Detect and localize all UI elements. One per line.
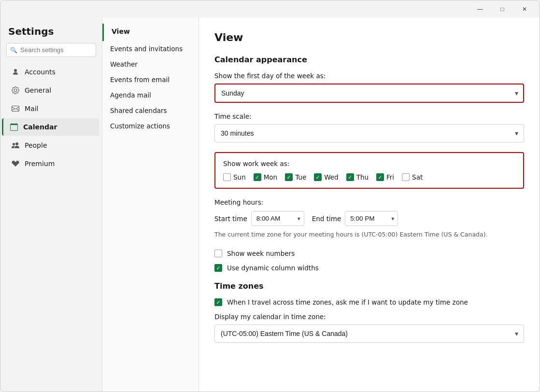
- display-tz-select-wrapper: (UTC-05:00) Eastern Time (US & Canada) (…: [214, 324, 524, 343]
- start-time-select-wrapper: 6:00 AM 7:00 AM 8:00 AM 9:00 AM 10:00 AM…: [251, 211, 304, 226]
- day-sun: Sun: [223, 173, 246, 181]
- calendar-appearance-title: Calendar appearance: [214, 55, 524, 64]
- wed-label: Wed: [324, 173, 338, 181]
- maximize-button[interactable]: □: [491, 1, 513, 17]
- sidebar-item-general[interactable]: General: [3, 82, 99, 99]
- end-time-select[interactable]: 3:00 PM 4:00 PM 5:00 PM 6:00 PM 7:00 PM: [345, 211, 398, 226]
- work-week-box: Show work week as: Sun Mon Tue: [214, 152, 524, 189]
- mail-icon: [11, 104, 20, 113]
- tue-label: Tue: [295, 173, 306, 181]
- mail-label: Mail: [25, 105, 38, 112]
- mid-item-agenda-mail[interactable]: Agenda mail: [102, 87, 199, 103]
- time-scale-select-wrapper: 5 minutes 10 minutes 15 minutes 30 minut…: [214, 124, 524, 142]
- general-label: General: [25, 86, 51, 94]
- sidebar-item-people[interactable]: People: [3, 137, 99, 154]
- week-numbers-checkbox[interactable]: [214, 250, 222, 257]
- sat-label: Sat: [412, 173, 423, 181]
- time-scale-label: Time scale:: [214, 112, 524, 120]
- days-row: Sun Mon Tue Wed: [223, 173, 515, 181]
- meeting-hours-label: Meeting hours:: [214, 198, 524, 206]
- search-icon: 🔍: [10, 47, 17, 54]
- settings-title: Settings: [0, 18, 102, 43]
- week-numbers-label: Show week numbers: [227, 250, 295, 257]
- fri-label: Fri: [386, 173, 394, 181]
- work-week-label: Show work week as:: [223, 160, 515, 168]
- settings-window: — □ ✕ Settings 🔍 Accounts: [0, 0, 540, 392]
- travel-checkbox-row: When I travel across time zones, ask me …: [214, 298, 524, 306]
- calendar-label: Calendar: [23, 123, 57, 131]
- start-time-label: Start time: [214, 215, 247, 223]
- page-title: View: [214, 31, 524, 43]
- thu-checkbox[interactable]: [346, 173, 354, 181]
- time-scale-select[interactable]: 5 minutes 10 minutes 15 minutes 30 minut…: [214, 124, 524, 142]
- person-icon: [11, 68, 20, 76]
- gear-icon: [11, 86, 20, 95]
- time-zones-section: Time zones When I travel across time zon…: [214, 281, 524, 343]
- search-box: 🔍: [6, 43, 96, 57]
- day-wed: Wed: [314, 173, 338, 181]
- mon-label: Mon: [264, 173, 277, 181]
- day-sat: Sat: [402, 173, 423, 181]
- mid-panel: View Events and invitations Weather Even…: [102, 18, 199, 392]
- sidebar-item-premium[interactable]: Premium: [3, 155, 99, 172]
- tue-checkbox[interactable]: [285, 173, 293, 181]
- display-tz-select[interactable]: (UTC-05:00) Eastern Time (US & Canada) (…: [214, 324, 524, 343]
- first-day-label: Show the first day of the week as:: [214, 72, 524, 80]
- people-icon: [11, 141, 20, 150]
- premium-label: Premium: [25, 160, 55, 168]
- diamond-icon: [11, 159, 20, 168]
- mid-item-events-from-email[interactable]: Events from email: [102, 72, 199, 87]
- day-fri: Fri: [376, 173, 394, 181]
- mid-item-customize-actions[interactable]: Customize actions: [102, 118, 199, 134]
- display-tz-label: Display my calendar in time zone:: [214, 313, 524, 321]
- first-day-select-wrapper: Sunday Monday Tuesday Wednesday Thursday…: [214, 84, 524, 103]
- start-time-select[interactable]: 6:00 AM 7:00 AM 8:00 AM 9:00 AM 10:00 AM: [251, 211, 304, 226]
- mid-panel-title: View: [102, 24, 199, 41]
- meeting-hours-section: Meeting hours: Start time 6:00 AM 7:00 A…: [214, 198, 524, 238]
- people-label: People: [25, 141, 47, 149]
- day-mon: Mon: [254, 173, 277, 181]
- mon-checkbox[interactable]: [254, 173, 261, 181]
- calendar-icon: [10, 123, 18, 131]
- day-thu: Thu: [346, 173, 369, 181]
- accounts-label: Accounts: [25, 68, 56, 76]
- time-zones-title: Time zones: [214, 281, 524, 291]
- sun-label: Sun: [233, 173, 246, 181]
- content-area: Settings 🔍 Accounts: [0, 18, 540, 392]
- minimize-button[interactable]: —: [469, 1, 491, 17]
- wed-checkbox[interactable]: [314, 173, 322, 181]
- week-numbers-row: Show week numbers: [214, 250, 524, 257]
- fri-checkbox[interactable]: [376, 173, 384, 181]
- dynamic-columns-row: Use dynamic column widths: [214, 264, 524, 272]
- mid-item-events-invitations[interactable]: Events and invitations: [102, 41, 199, 56]
- timezone-note: The current time zone for your meeting h…: [214, 231, 524, 238]
- sat-checkbox[interactable]: [402, 173, 410, 181]
- end-time-select-wrapper: 3:00 PM 4:00 PM 5:00 PM 6:00 PM 7:00 PM …: [345, 211, 398, 226]
- end-time-field: End time 3:00 PM 4:00 PM 5:00 PM 6:00 PM…: [312, 211, 398, 226]
- sidebar: Settings 🔍 Accounts: [0, 18, 102, 392]
- sidebar-item-accounts[interactable]: Accounts: [3, 63, 99, 81]
- title-bar: — □ ✕: [0, 0, 540, 18]
- main-content: View Calendar appearance Show the first …: [199, 18, 540, 392]
- thu-label: Thu: [356, 173, 369, 181]
- window-controls: — □ ✕: [469, 1, 536, 17]
- sidebar-item-mail[interactable]: Mail: [3, 100, 99, 117]
- search-input[interactable]: [6, 43, 96, 57]
- first-day-select[interactable]: Sunday Monday Tuesday Wednesday Thursday…: [214, 84, 524, 103]
- time-row: Start time 6:00 AM 7:00 AM 8:00 AM 9:00 …: [214, 211, 524, 226]
- travel-checkbox[interactable]: [214, 298, 222, 306]
- dynamic-columns-checkbox[interactable]: [214, 264, 222, 272]
- end-time-label: End time: [312, 215, 341, 223]
- travel-label: When I travel across time zones, ask me …: [227, 298, 468, 306]
- start-time-field: Start time 6:00 AM 7:00 AM 8:00 AM 9:00 …: [214, 211, 304, 226]
- dynamic-columns-label: Use dynamic column widths: [227, 264, 319, 272]
- mid-item-weather[interactable]: Weather: [102, 56, 199, 72]
- sun-checkbox[interactable]: [223, 173, 231, 181]
- mid-item-shared-calendars[interactable]: Shared calendars: [102, 103, 199, 118]
- close-button[interactable]: ✕: [513, 1, 536, 17]
- day-tue: Tue: [285, 173, 306, 181]
- sidebar-item-calendar[interactable]: Calendar: [2, 118, 99, 136]
